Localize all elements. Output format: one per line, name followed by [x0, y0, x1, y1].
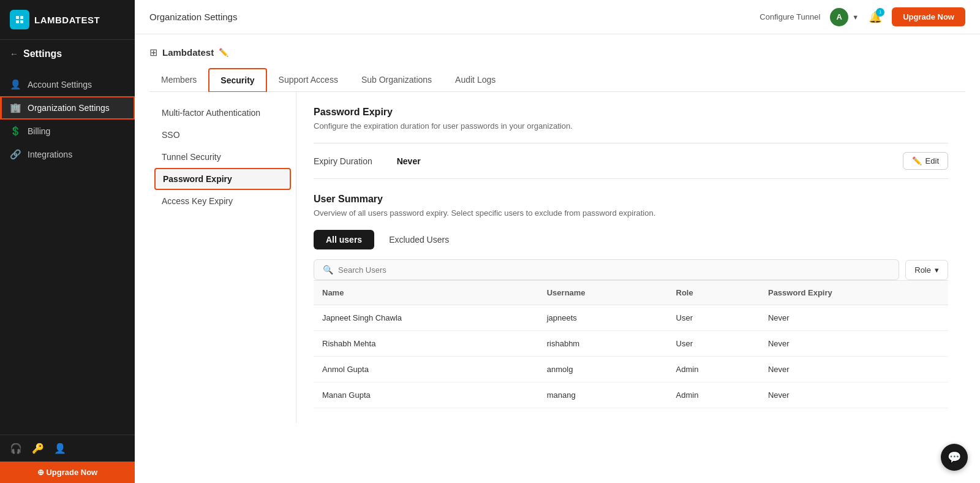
cell-name: Anmol Gupta [314, 357, 538, 382]
sidebar-header: ← Settings [0, 40, 135, 68]
search-input[interactable] [338, 265, 890, 275]
toggle-tab-all-users[interactable]: All users [314, 230, 374, 249]
sidebar: LAMBDATEST ← Settings 👤 Account Settings… [0, 0, 135, 483]
account-settings-icon: 👤 [10, 79, 21, 90]
role-filter-button[interactable]: Role ▾ [905, 260, 948, 280]
cell-expiry: Never [760, 331, 948, 357]
headset-icon[interactable]: 🎧 [10, 443, 22, 454]
cell-username: japneets [538, 305, 668, 331]
search-box: 🔍 [314, 259, 899, 280]
cell-role: User [668, 305, 760, 331]
notification-badge: 1 [876, 8, 884, 17]
avatar-chevron-icon: ▼ [852, 13, 859, 21]
cell-expiry: Never [760, 305, 948, 331]
cell-role: Admin [668, 357, 760, 382]
expiry-value: Never [372, 156, 903, 166]
org-title-row: ⊞ Lambdatest ✏️ [149, 47, 965, 58]
cell-role: Admin [668, 382, 760, 408]
right-panel: Password Expiry Configure the expiration… [296, 92, 965, 423]
section-desc: Configure the expiration duration for us… [314, 121, 948, 131]
main-content: Organization Settings Configure Tunnel A… [135, 0, 980, 483]
sidebar-logo: LAMBDATEST [0, 0, 135, 40]
back-arrow-icon[interactable]: ← [10, 49, 18, 59]
section-title: Password Expiry [314, 107, 948, 118]
cell-role: User [668, 331, 760, 357]
user-icon[interactable]: 👤 [54, 443, 66, 454]
org-settings-icon: 🏢 [10, 102, 21, 113]
cell-username: manang [538, 382, 668, 408]
sidebar-item-label: Billing [28, 126, 50, 136]
sidebar-item-organization-settings[interactable]: 🏢 Organization Settings [0, 96, 135, 120]
table-row[interactable]: Rishabh Mehta rishabhm User Never [314, 331, 948, 357]
org-tabs: Members Security Support Access Sub Orga… [149, 68, 965, 92]
cell-username: anmolg [538, 357, 668, 382]
tab-sub-organizations[interactable]: Sub Organizations [350, 68, 443, 92]
bell-wrapper[interactable]: 🔔 1 [869, 10, 882, 24]
upgrade-bar-label: ⊕ Upgrade Now [37, 468, 97, 477]
sidebar-item-billing[interactable]: 💲 Billing [0, 120, 135, 143]
sidebar-item-label: Account Settings [28, 80, 92, 89]
key-icon[interactable]: 🔑 [32, 443, 44, 454]
role-label: Role [914, 265, 931, 275]
table-row[interactable]: Japneet Singh Chawla japneets User Never [314, 305, 948, 331]
col-name: Name [314, 281, 538, 305]
avatar: A [830, 8, 848, 26]
col-role: Role [668, 281, 760, 305]
search-icon: 🔍 [323, 265, 333, 275]
table-row[interactable]: Manan Gupta manang Admin Never [314, 382, 948, 408]
user-summary-desc: Overview of all users password expiry. S… [314, 208, 948, 218]
tab-security[interactable]: Security [208, 68, 266, 92]
cell-expiry: Never [760, 382, 948, 408]
sidebar-footer: 🎧 🔑 👤 [0, 435, 135, 462]
org-edit-icon[interactable]: ✏️ [219, 48, 228, 57]
topbar-right: Configure Tunnel A ▼ 🔔 1 Upgrade Now [760, 7, 965, 26]
expiry-label: Expiry Duration [314, 156, 372, 166]
left-item-password-expiry[interactable]: Password Expiry [154, 168, 291, 190]
upgrade-bar[interactable]: ⊕ Upgrade Now [0, 462, 135, 483]
left-item-tunnel-security[interactable]: Tunnel Security [149, 146, 296, 168]
left-item-mfa[interactable]: Multi-factor Authentication [149, 102, 296, 124]
cell-name: Manan Gupta [314, 382, 538, 408]
sidebar-item-account-settings[interactable]: 👤 Account Settings [0, 73, 135, 96]
configure-tunnel-link[interactable]: Configure Tunnel [760, 12, 820, 21]
sidebar-item-integrations[interactable]: 🔗 Integrations [0, 143, 135, 166]
topbar: Organization Settings Configure Tunnel A… [135, 0, 980, 34]
sidebar-item-label: Integrations [28, 150, 72, 159]
toggle-tab-excluded-users[interactable]: Excluded Users [377, 230, 461, 249]
edit-pencil-icon: ✏️ [912, 156, 922, 165]
upgrade-now-button[interactable]: Upgrade Now [892, 7, 965, 26]
settings-label: Settings [23, 48, 62, 59]
left-item-sso[interactable]: SSO [149, 124, 296, 146]
role-chevron-icon: ▾ [935, 265, 939, 275]
cell-name: Rishabh Mehta [314, 331, 538, 357]
chat-widget[interactable]: 💬 [941, 444, 968, 471]
search-role-row: 🔍 Role ▾ [314, 259, 948, 280]
col-username: Username [538, 281, 668, 305]
user-summary-title: User Summary [314, 194, 948, 205]
chat-icon: 💬 [948, 451, 961, 464]
sidebar-item-label: Organization Settings [28, 103, 110, 113]
sidebar-nav: 👤 Account Settings 🏢 Organization Settin… [0, 68, 135, 435]
tab-support-access[interactable]: Support Access [267, 68, 350, 92]
logo-icon [10, 10, 29, 29]
tab-audit-logs[interactable]: Audit Logs [443, 68, 507, 92]
left-panel: Multi-factor Authentication SSO Tunnel S… [149, 92, 296, 423]
col-password-expiry: Password Expiry [760, 281, 948, 305]
users-table: Name Username Role Password Expiry Japne… [314, 280, 948, 408]
table-header-row: Name Username Role Password Expiry [314, 281, 948, 305]
topbar-title: Organization Settings [149, 12, 237, 22]
edit-btn-label: Edit [925, 156, 939, 165]
content-area: ⊞ Lambdatest ✏️ Members Security Support… [135, 34, 980, 483]
tab-members[interactable]: Members [149, 68, 208, 92]
cell-username: rishabhm [538, 331, 668, 357]
table-body: Japneet Singh Chawla japneets User Never… [314, 305, 948, 408]
integrations-icon: 🔗 [10, 149, 21, 160]
edit-button[interactable]: ✏️ Edit [903, 152, 948, 170]
avatar-wrapper[interactable]: A ▼ [830, 8, 859, 26]
org-icon: ⊞ [149, 47, 157, 58]
expiry-row: Expiry Duration Never ✏️ Edit [314, 143, 948, 179]
cell-name: Japneet Singh Chawla [314, 305, 538, 331]
cell-expiry: Never [760, 357, 948, 382]
left-item-access-key-expiry[interactable]: Access Key Expiry [149, 190, 296, 212]
table-row[interactable]: Anmol Gupta anmolg Admin Never [314, 357, 948, 382]
